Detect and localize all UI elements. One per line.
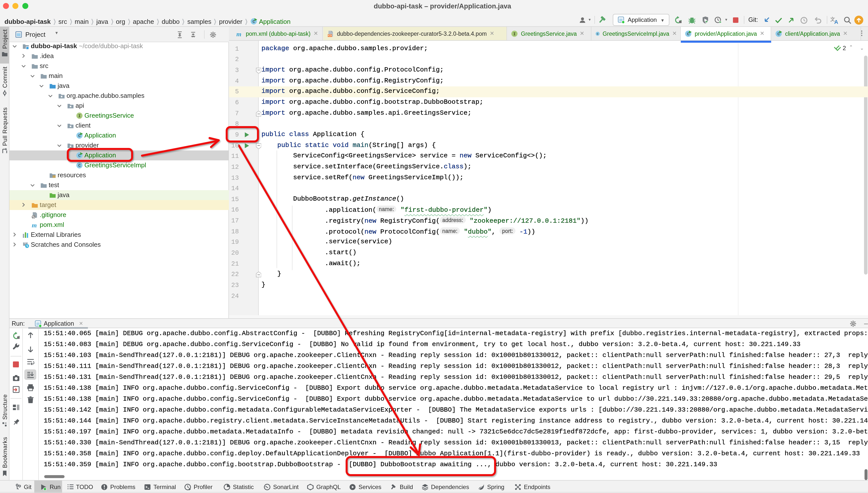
svg-text:C: C [597, 32, 598, 35]
svg-text:I: I [513, 31, 516, 36]
svg-text:I: I [78, 113, 81, 118]
svg-text:m: m [236, 30, 241, 37]
svg-text:m: m [32, 221, 37, 228]
svg-text:A: A [834, 19, 838, 24]
svg-text:C: C [78, 163, 81, 168]
svg-text:<>: <> [328, 34, 332, 37]
